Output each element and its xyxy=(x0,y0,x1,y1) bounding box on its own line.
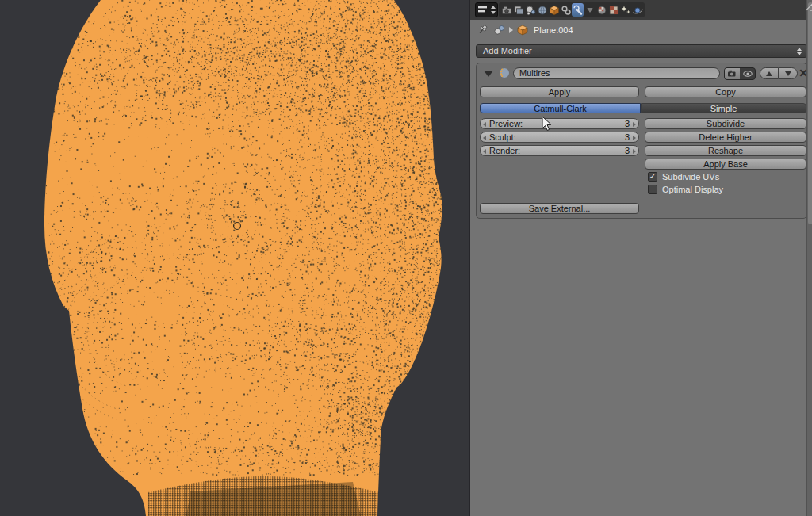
render-slider[interactable]: Render: 3 xyxy=(480,145,639,156)
catmull-clark-toggle[interactable]: Catmull-Clark xyxy=(480,103,641,113)
subdivide-uvs-label: Subdivide UVs xyxy=(662,172,719,182)
viewport-visibility-toggle[interactable] xyxy=(740,68,755,79)
increment-icon[interactable] xyxy=(633,122,636,127)
increment-icon[interactable] xyxy=(633,136,636,140)
optimal-display-label: Optimal Display xyxy=(662,185,723,194)
tab-texture[interactable] xyxy=(607,3,619,17)
add-modifier-label: Add Modifier xyxy=(483,46,532,55)
browse-object-icon[interactable] xyxy=(493,24,506,36)
editor-type-button[interactable] xyxy=(475,2,498,17)
move-up-button[interactable] xyxy=(760,67,779,79)
checker-icon xyxy=(608,5,619,16)
3d-viewport[interactable] xyxy=(0,0,469,516)
scrollbar[interactable] xyxy=(806,0,812,516)
preview-value: 3 xyxy=(625,120,630,128)
render-visibility-toggle[interactable] xyxy=(725,68,740,79)
multires-icon xyxy=(498,67,511,79)
scene-icon xyxy=(525,5,536,16)
decrement-icon[interactable] xyxy=(483,136,486,140)
decrement-icon[interactable] xyxy=(483,149,486,154)
material-sphere-icon xyxy=(596,5,607,16)
scrollbar-thumb[interactable] xyxy=(808,2,812,224)
wrench-icon xyxy=(573,5,584,16)
images-icon xyxy=(513,5,524,16)
render-camera-icon xyxy=(727,69,737,78)
simple-toggle[interactable]: Simple xyxy=(641,103,806,113)
preview-slider[interactable]: Preview: 3 xyxy=(480,118,639,129)
sculpt-value: 3 xyxy=(625,133,630,142)
copy-button[interactable]: Copy xyxy=(645,86,806,97)
increment-icon[interactable] xyxy=(633,149,636,154)
camera-icon xyxy=(501,5,512,16)
reshape-button[interactable]: Reshape xyxy=(645,145,806,156)
render-label: Render: xyxy=(489,147,520,155)
breadcrumb: Plane.004 xyxy=(470,20,812,40)
optimal-display-checkbox[interactable]: ✓ xyxy=(648,185,657,194)
tab-modifiers[interactable] xyxy=(572,3,584,17)
blender-window: Plane.004 Add Modifier Multires xyxy=(0,0,812,516)
panel-expand-toggle[interactable] xyxy=(484,71,493,77)
object-name: Plane.004 xyxy=(534,25,573,35)
arrow-up-icon xyxy=(766,71,772,76)
add-modifier-dropdown[interactable]: Add Modifier xyxy=(476,44,807,58)
tab-render[interactable] xyxy=(500,3,512,17)
triangle-icon xyxy=(584,5,596,16)
delete-higher-button[interactable]: Delete Higher xyxy=(645,132,806,143)
chevron-right-icon xyxy=(509,27,513,33)
world-icon xyxy=(537,5,548,16)
render-value: 3 xyxy=(625,147,630,155)
corner-resize-grip[interactable] xyxy=(802,0,812,11)
eye-icon xyxy=(742,69,753,78)
multires-modifier-panel: Multires ✕ Apply Copy Catmull-Clark Simp… xyxy=(476,63,807,219)
tab-object-data[interactable] xyxy=(584,3,596,17)
save-external-button[interactable]: Save External... xyxy=(480,203,639,214)
tab-particles[interactable] xyxy=(619,3,631,17)
apply-base-button[interactable]: Apply Base xyxy=(645,159,806,170)
subdivide-uvs-checkbox[interactable]: ✓ xyxy=(648,172,657,182)
mouse-cursor-icon xyxy=(542,116,553,132)
sculpt-slider[interactable]: Sculpt: 3 xyxy=(480,132,639,143)
decrement-icon[interactable] xyxy=(483,122,486,127)
tab-world[interactable] xyxy=(536,3,548,17)
pin-icon[interactable] xyxy=(477,24,489,36)
tab-render-layers[interactable] xyxy=(512,3,524,17)
properties-editor-icon xyxy=(476,3,497,17)
tab-object[interactable] xyxy=(548,3,560,17)
subdivide-button[interactable]: Subdivide xyxy=(645,118,806,129)
move-down-button[interactable] xyxy=(779,67,798,79)
tab-scene[interactable] xyxy=(524,3,536,17)
dropdown-arrows-icon xyxy=(796,47,802,56)
tab-constraints[interactable] xyxy=(560,3,572,17)
check-icon: ✓ xyxy=(649,172,656,181)
arrow-down-icon xyxy=(785,71,791,76)
preview-label: Preview: xyxy=(489,120,523,128)
link-icon xyxy=(561,5,572,16)
mesh-object-icon xyxy=(516,24,529,36)
tab-physics[interactable] xyxy=(631,3,643,17)
sculpt-label: Sculpt: xyxy=(489,133,516,142)
object-cube-icon xyxy=(549,5,560,16)
physics-icon xyxy=(632,5,643,16)
visibility-toggle-group xyxy=(724,67,756,80)
tab-material[interactable] xyxy=(596,3,607,17)
properties-tab-strip xyxy=(499,2,645,17)
sparkles-icon xyxy=(620,5,631,16)
modifier-name-field[interactable]: Multires xyxy=(513,67,720,79)
properties-editor: Plane.004 Add Modifier Multires xyxy=(469,0,812,516)
properties-header xyxy=(470,0,806,20)
apply-button[interactable]: Apply xyxy=(480,86,639,97)
